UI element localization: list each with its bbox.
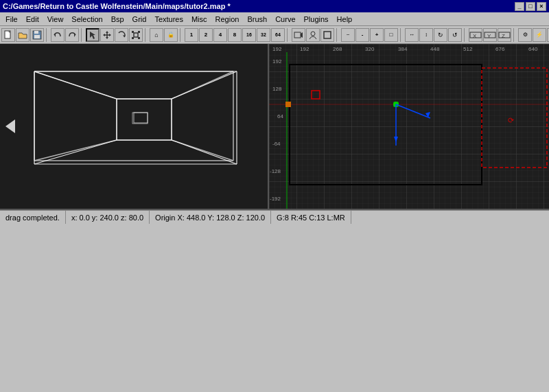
statusbar: drag completed. x: 0.0 y: 240.0 z: 80.0 … xyxy=(0,210,549,224)
titlebar: C:/Games/Return to Castle Wolfenstein/Ma… xyxy=(0,0,549,12)
tb-sep8 xyxy=(464,28,467,42)
tb-redo[interactable] xyxy=(65,28,79,42)
tb-sep4 xyxy=(180,28,183,42)
tb-sep5 xyxy=(287,28,290,42)
tb-hollow[interactable]: □ xyxy=(384,28,398,42)
menu-view[interactable]: View xyxy=(43,14,68,25)
tb-flipx[interactable]: ↔ xyxy=(405,28,419,42)
svg-rect-17 xyxy=(138,31,140,33)
svg-marker-7 xyxy=(90,32,95,39)
viewport-3d[interactable] xyxy=(0,44,268,209)
tb-sep7 xyxy=(400,28,403,42)
svg-text:64: 64 xyxy=(277,113,283,119)
svg-rect-20 xyxy=(294,32,301,38)
tb-g64[interactable]: 64 xyxy=(271,28,285,42)
menu-region[interactable]: Region xyxy=(211,14,244,25)
titlebar-controls: _ □ × xyxy=(515,2,546,11)
tb-translate[interactable] xyxy=(100,28,114,42)
svg-text:192: 192 xyxy=(272,46,282,52)
menu-curve[interactable]: Curve xyxy=(271,14,299,25)
svg-rect-41 xyxy=(0,44,268,209)
svg-rect-3 xyxy=(34,31,38,34)
tb-texlock[interactable]: 🔒 xyxy=(164,28,178,42)
menubar: File Edit View Selection Bsp Grid Textur… xyxy=(0,12,549,26)
tb-flipy[interactable]: ↕ xyxy=(419,28,433,42)
tb-sep1 xyxy=(46,28,49,42)
menu-file[interactable]: File xyxy=(1,14,22,25)
tb-g32[interactable]: 32 xyxy=(257,28,270,42)
menu-grid[interactable]: Grid xyxy=(128,14,151,25)
viewport-xy[interactable]: 192 192 268 320 384 448 512 676 640 192 … xyxy=(269,44,549,209)
tb-sep9 xyxy=(513,28,516,42)
tb-xaxis[interactable]: X xyxy=(469,28,482,42)
menu-textures[interactable]: Textures xyxy=(150,14,187,25)
tb-select[interactable] xyxy=(86,28,100,42)
tb-g16[interactable]: 16 xyxy=(242,28,256,42)
menu-brush[interactable]: Brush xyxy=(243,14,271,25)
svg-marker-11 xyxy=(106,37,108,39)
svg-marker-13 xyxy=(109,34,111,36)
tb-misc1[interactable]: ⚙ xyxy=(518,28,532,42)
svg-rect-23 xyxy=(324,32,331,38)
svg-text:384: 384 xyxy=(398,46,408,52)
menu-edit[interactable]: Edit xyxy=(22,14,43,25)
status-grid: G:8 R:45 C:13 L:MR xyxy=(271,211,351,224)
tb-csg-sub[interactable]: - xyxy=(355,28,369,42)
svg-rect-16 xyxy=(132,31,134,33)
svg-text:Z: Z xyxy=(502,33,505,39)
maximize-button[interactable]: □ xyxy=(526,2,535,11)
tb-yaxis[interactable]: Y xyxy=(483,28,497,42)
tb-patch[interactable]: ~ xyxy=(341,28,355,42)
minimize-button[interactable]: _ xyxy=(515,2,524,11)
tb-clip[interactable]: ⌂ xyxy=(150,28,163,42)
tb-brush[interactable] xyxy=(320,28,334,42)
svg-text:-64: -64 xyxy=(272,141,281,147)
svg-rect-18 xyxy=(132,37,134,39)
svg-rect-19 xyxy=(138,37,140,39)
tb-misc2[interactable]: ⚡ xyxy=(533,28,546,42)
close-button[interactable]: × xyxy=(537,2,546,11)
svg-marker-10 xyxy=(106,31,108,33)
tb-g1[interactable]: 1 xyxy=(185,28,198,42)
viewports-container: 192 192 268 320 384 448 512 676 640 192 … xyxy=(0,44,549,210)
svg-text:⟳: ⟳ xyxy=(508,116,514,124)
tb-csg-merge[interactable]: + xyxy=(370,28,384,42)
svg-rect-4 xyxy=(34,35,40,38)
tb-save[interactable] xyxy=(30,28,44,42)
tb-g2[interactable]: 2 xyxy=(199,28,213,42)
svg-text:512: 512 xyxy=(463,46,473,52)
menu-bsp[interactable]: Bsp xyxy=(107,14,128,25)
tb-cam[interactable] xyxy=(292,28,305,42)
status-drag: drag completed. xyxy=(3,211,66,224)
tb-g4[interactable]: 4 xyxy=(213,28,227,42)
tb-new[interactable] xyxy=(1,28,15,42)
svg-text:Y: Y xyxy=(487,33,491,39)
svg-text:128: 128 xyxy=(272,86,282,92)
svg-text:-192: -192 xyxy=(270,196,281,202)
tb-zaxis[interactable]: Z xyxy=(498,28,511,42)
tb-rotate[interactable] xyxy=(115,28,128,42)
tb-undo[interactable] xyxy=(51,28,65,42)
tb-g8[interactable]: 8 xyxy=(228,28,242,42)
menu-selection[interactable]: Selection xyxy=(67,14,106,25)
tb-rotccw[interactable]: ↺ xyxy=(448,28,462,42)
svg-text:320: 320 xyxy=(365,46,375,52)
tb-sep3 xyxy=(145,28,148,42)
svg-text:192: 192 xyxy=(272,58,282,65)
menu-plugins[interactable]: Plugins xyxy=(300,14,333,25)
title-text: C:/Games/Return to Castle Wolfenstein/Ma… xyxy=(3,2,231,10)
status-origin: Origin X: 448.0 Y: 128.0 Z: 120.0 xyxy=(150,211,271,224)
tb-entity[interactable] xyxy=(306,28,320,42)
tb-open[interactable] xyxy=(16,28,30,42)
svg-text:640: 640 xyxy=(528,46,538,52)
menu-misc[interactable]: Misc xyxy=(187,14,211,25)
tb-rotcw[interactable]: ↻ xyxy=(434,28,447,42)
svg-text:192: 192 xyxy=(300,46,309,52)
svg-text:268: 268 xyxy=(333,46,342,52)
tb-scale[interactable] xyxy=(129,28,143,42)
toolbar: ⌂ 🔒 1 2 4 8 16 32 64 ~ - + □ ↔ ↕ ↻ ↺ X Y… xyxy=(0,26,549,44)
status-coords: x: 0.0 y: 240.0 z: 80.0 xyxy=(66,211,150,224)
svg-point-22 xyxy=(311,32,315,36)
menu-help[interactable]: Help xyxy=(333,14,357,25)
svg-text:-128: -128 xyxy=(270,168,281,174)
